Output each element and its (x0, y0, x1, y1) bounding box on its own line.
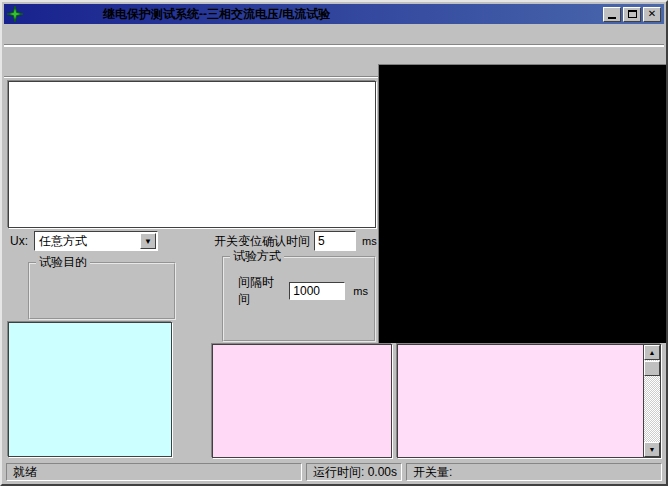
interval-unit: ms (353, 285, 368, 297)
confirm-time-label: 开关变位确认时间 (214, 233, 310, 250)
close-button[interactable]: ✕ (643, 7, 661, 22)
result-table: ▲ ▼ (397, 344, 661, 458)
test-purpose-title: 试验目的 (36, 254, 90, 271)
confirm-time-unit: ms (362, 235, 377, 247)
status-runtime: 运行时间: 0.00s (306, 463, 402, 481)
binary-input-table (212, 344, 392, 458)
titlebar: 继电保护测试系统--三相交流电压/电流试验 ✕ (4, 4, 664, 24)
interval-label: 间隔时间 (238, 274, 285, 308)
switch-label: 开关量: (413, 464, 452, 481)
derived-values-table (8, 322, 172, 457)
status-ready: 就绪 (6, 463, 302, 481)
window-title: 继电保护测试系统--三相交流电压/电流试验 (103, 6, 330, 23)
result-scrollbar[interactable]: ▲ ▼ (643, 345, 660, 457)
minimize-icon (608, 17, 616, 19)
app-icon (7, 6, 23, 22)
scrollbar-thumb[interactable] (644, 361, 660, 376)
chevron-down-icon[interactable]: ▼ (140, 233, 156, 249)
test-purpose-group: 试验目的 (28, 254, 176, 320)
minimize-button[interactable] (603, 7, 621, 22)
app-window: 继电保护测试系统--三相交流电压/电流试验 ✕ Ux: 任意方式 ▼ 开关变位确… (0, 0, 668, 486)
test-mode-title: 试验方式 (230, 248, 284, 265)
ux-label: Ux: (10, 234, 28, 248)
scroll-up-button[interactable]: ▲ (644, 345, 660, 360)
phasor-chart (378, 64, 666, 343)
scroll-down-button[interactable]: ▼ (644, 442, 660, 457)
interval-input[interactable] (289, 282, 345, 300)
maximize-icon (628, 10, 637, 18)
status-bar: 就绪 运行时间: 0.00s 开关量: (4, 462, 664, 482)
ux-mode-select[interactable]: 任意方式 ▼ (34, 231, 158, 251)
status-switches: 开关量: (406, 463, 662, 481)
parameter-table (8, 81, 376, 228)
test-mode-group: 试验方式 间隔时间 ms (222, 248, 376, 342)
close-icon: ✕ (648, 9, 656, 19)
ux-mode-value: 任意方式 (35, 233, 140, 250)
phasor-plot (379, 65, 666, 343)
maximize-button[interactable] (623, 7, 641, 22)
menubar (4, 24, 664, 45)
